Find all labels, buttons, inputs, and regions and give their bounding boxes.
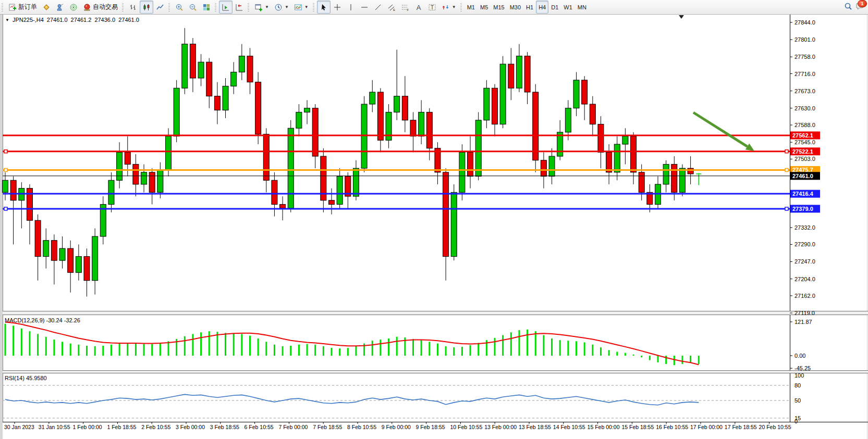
tf-m5-button[interactable]: M5 [478,1,491,14]
search-icon [844,3,852,12]
line-anchor-handle[interactable] [4,207,7,210]
dropdown-caret-icon[interactable]: ▼ [452,5,456,9]
label-button[interactable]: T [425,1,439,14]
text-button[interactable]: A [412,1,425,14]
label-icon: T [428,3,436,11]
tf-d1-button[interactable]: D1 [548,1,561,14]
line-anchor-handle[interactable] [785,168,788,171]
tile-windows-button[interactable] [200,1,213,14]
candle-body [451,192,457,256]
candle-body [492,88,498,124]
candle-body [419,112,424,136]
notifications-button[interactable]: 1 [855,2,864,12]
candle-body [190,44,195,78]
ohlc-close: 27461.0 [118,17,139,23]
line-anchor-handle[interactable] [785,150,788,153]
new-order-button-label: 新订单 [18,3,37,11]
candle-body [337,177,343,205]
candle-body [255,82,261,134]
cursor-button[interactable] [317,1,331,14]
price-tick-label: 27716.0 [794,71,815,77]
tf-m30-button[interactable]: M30 [507,1,523,14]
new-chart-button[interactable]: ▼ [252,1,272,14]
zoom-in-button[interactable] [173,1,186,14]
candle-body [296,112,302,128]
hline-icon [360,3,369,11]
crosshair-icon [333,3,341,11]
dropdown-caret-icon[interactable]: ▼ [304,5,309,9]
collapse-chart-icon[interactable]: ▼ [5,18,9,22]
fibonacci-button[interactable]: F [398,1,412,14]
user-chart-icon-button[interactable] [53,1,67,14]
candle-body [565,108,571,132]
candle-body [84,256,90,280]
new-order-button[interactable]: 新订单 [6,1,40,14]
line-chart-button[interactable] [153,1,167,14]
horizontal-line-button[interactable] [358,1,371,14]
auto-trading-button[interactable]: 自动交易 [80,1,120,14]
line-anchor-handle[interactable] [785,207,788,210]
pane-frames [0,15,868,439]
bars-icon [129,3,137,11]
tf-m1-button[interactable]: M1 [464,1,478,14]
toolbar-grip [168,3,170,11]
search-button[interactable] [844,2,852,12]
crosshair-button[interactable] [331,1,344,14]
candle-body [679,168,685,192]
candle-body [288,128,294,208]
candlestick-chart-button[interactable] [140,1,153,14]
auto-scroll-button[interactable] [233,1,246,14]
tf-m30-button-label: M30 [510,4,521,10]
gold-badge-icon-button[interactable] [40,1,53,14]
zoom-out-button[interactable] [186,1,200,14]
tf-h1-button[interactable]: H1 [523,1,536,14]
tf-w1-button[interactable]: W1 [561,1,575,14]
arrows-button[interactable]: ▼ [439,1,459,14]
auto-trading-button-label: 自动交易 [93,3,118,11]
line-anchor-handle[interactable] [4,150,7,153]
template-button[interactable]: ▼ [291,1,311,14]
pane-splitter[interactable] [3,311,868,315]
price-tick-label: 27844.0 [794,19,815,26]
candle-body [231,72,237,86]
candle-body [280,204,286,208]
trendline-button[interactable] [371,1,385,14]
chart-shift-button[interactable] [219,1,233,14]
vertical-line-button[interactable] [344,1,358,14]
candle-body [133,164,139,184]
candle-body [108,180,114,204]
toolbar-grip [460,3,462,11]
new-chart-icon [254,3,263,11]
clock-icon [274,3,283,11]
time-tick-label: 10 Feb 10:55 [450,424,482,430]
price-tick-label: 27204.0 [794,276,815,282]
candle-body [157,170,163,192]
period-button[interactable]: ▼ [272,1,291,14]
time-tick-label: 6 Feb 10:55 [244,424,274,430]
candle-body [533,92,539,160]
candle-body [377,92,383,140]
candle-body [524,56,530,92]
candle-body [622,136,628,144]
tf-m15-button[interactable]: M15 [491,1,507,14]
candle-body [353,168,359,196]
candle-body [598,124,604,152]
candle-body [206,62,212,96]
autotrade-icon [83,3,91,11]
top-toolbar: 新订单自动交易▼▼▼EFAT▼M1M5M15M30H1H4D1W1MN1 [0,0,868,15]
svg-text:T: T [431,5,434,10]
tf-mn-button[interactable]: MN [575,1,589,14]
dropdown-caret-icon[interactable]: ▼ [265,5,269,9]
price-tick-label: 27673.0 [794,88,815,94]
line-anchor-handle[interactable] [4,168,7,171]
tf-h4-button-label: H4 [539,4,546,10]
ohlc-high: 27461.2 [71,17,92,23]
time-tick-label: 31 Jan 10:55 [39,424,70,430]
tf-h4-button[interactable]: H4 [536,1,548,14]
signal-icon-button[interactable] [67,1,80,14]
equidistant-channel-button[interactable]: E [385,1,398,14]
notification-badge: 1 [858,0,867,7]
candle-body [329,200,335,205]
dropdown-caret-icon[interactable]: ▼ [285,5,289,9]
bar-chart-button[interactable] [126,1,140,14]
